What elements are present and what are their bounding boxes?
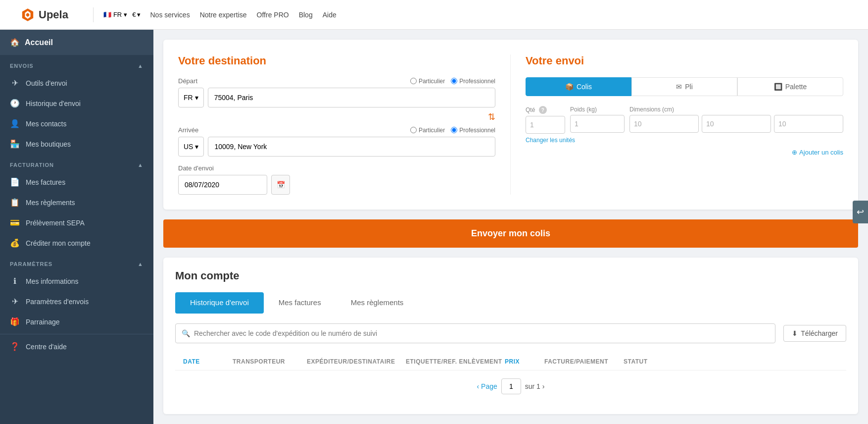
col-expediteur: EXPÉDITEUR/DESTINATAIRE bbox=[307, 358, 406, 365]
nav-link-expertise[interactable]: Notre expertise bbox=[200, 11, 247, 19]
destination-envoi-card: Votre destination Départ Particulier Pro… bbox=[163, 40, 858, 210]
depart-country-select[interactable]: FR ▾ bbox=[178, 88, 204, 107]
weight-input[interactable] bbox=[570, 115, 625, 133]
sidebar-section-envois: ENVOIS ▲ bbox=[0, 55, 153, 73]
download-button[interactable]: ⬇ Télécharger bbox=[783, 325, 846, 342]
search-input[interactable] bbox=[194, 329, 769, 337]
date-label: Date d'envoi bbox=[178, 164, 495, 172]
prev-page-button[interactable]: ‹ Page bbox=[477, 382, 497, 390]
help-icon: ❓ bbox=[10, 342, 20, 351]
sidebar-item-boutiques[interactable]: 🏪 Mes boutiques bbox=[0, 134, 153, 154]
logo-icon bbox=[20, 7, 36, 23]
depart-label-row: Départ Particulier Professionnel bbox=[178, 77, 495, 85]
qty-field: Qté ? bbox=[526, 106, 565, 134]
sidebar-section-parametres: PARAMÈTRES ▲ bbox=[0, 253, 153, 271]
arrivee-country-select[interactable]: US ▾ bbox=[178, 137, 204, 157]
sidebar-item-mes-informations[interactable]: ℹ Mes informations bbox=[0, 271, 153, 291]
dim-length-input[interactable] bbox=[629, 115, 699, 133]
change-units-link[interactable]: Changer les unités bbox=[526, 137, 843, 144]
main-layout: 🏠 Accueil ENVOIS ▲ ✈ Outils d'envoi 🕐 Hi… bbox=[0, 30, 868, 424]
nav-link-services[interactable]: Nos services bbox=[150, 11, 190, 19]
sidebar-item-parametres-envois[interactable]: ✈ Paramètres d'envois bbox=[0, 291, 153, 312]
sidebar-item-centre-aide[interactable]: ❓ Centre d'aide bbox=[0, 336, 153, 357]
history-icon: 🕐 bbox=[10, 99, 20, 108]
envoi-column: Votre envoi 📦 Colis ✉ Pli 🔲 bbox=[511, 54, 843, 195]
back-button[interactable]: ↩ bbox=[853, 201, 868, 223]
page-number-input[interactable] bbox=[501, 378, 521, 394]
shop-icon: 🏪 bbox=[10, 139, 20, 149]
tab-colis[interactable]: 📦 Colis bbox=[526, 77, 631, 96]
date-input[interactable] bbox=[178, 175, 267, 195]
account-tab-historique[interactable]: Historique d'envoi bbox=[175, 292, 264, 314]
col-transporteur: TRANSPORTEUR bbox=[233, 358, 307, 365]
nav-link-aide[interactable]: Aide bbox=[323, 11, 337, 19]
depart-input-row: FR ▾ bbox=[178, 88, 495, 107]
colis-icon: 📦 bbox=[565, 83, 574, 91]
search-row: 🔍 ⬇ Télécharger bbox=[175, 323, 846, 343]
sidebar-item-factures[interactable]: 📄 Mes factures bbox=[0, 172, 153, 192]
sidebar-item-historique[interactable]: 🕐 Historique d'envoi bbox=[0, 93, 153, 113]
envois-collapse-arrow[interactable]: ▲ bbox=[138, 63, 144, 69]
calendar-button[interactable]: 📅 bbox=[271, 175, 290, 195]
sidebar-item-sepa[interactable]: 💳 Prélèvement SEPA bbox=[0, 212, 153, 233]
account-tab-reglements[interactable]: Mes règlements bbox=[336, 292, 419, 314]
plus-circle-icon: ⊕ bbox=[792, 149, 797, 156]
credit-icon: 💰 bbox=[10, 238, 20, 248]
qty-input[interactable] bbox=[526, 116, 565, 134]
depart-particulier-radio[interactable]: Particulier bbox=[410, 78, 445, 85]
contact-icon: 👤 bbox=[10, 119, 20, 128]
sepa-icon: 💳 bbox=[10, 218, 20, 227]
depart-professionnel-radio[interactable]: Professionnel bbox=[451, 78, 495, 85]
sidebar-home[interactable]: 🏠 Accueil bbox=[0, 30, 153, 55]
nav-link-blog[interactable]: Blog bbox=[299, 11, 313, 19]
weight-field: Poids (kg) bbox=[570, 106, 625, 133]
parametres-collapse-arrow[interactable]: ▲ bbox=[138, 261, 144, 267]
payment-icon: 📋 bbox=[10, 198, 20, 207]
top-navigation: Upela 🇫🇷 FR ▾ € ▾ Nos services Notre exp… bbox=[0, 0, 868, 30]
sidebar-section-facturation: FACTURATION ▲ bbox=[0, 154, 153, 172]
sidebar-item-crediter[interactable]: 💰 Créditer mon compte bbox=[0, 233, 153, 253]
pagination: ‹ Page sur 1 › bbox=[175, 371, 846, 402]
sidebar-item-reglements[interactable]: 📋 Mes règlements bbox=[0, 192, 153, 212]
sidebar: 🏠 Accueil ENVOIS ▲ ✈ Outils d'envoi 🕐 Hi… bbox=[0, 30, 153, 424]
add-colis-button[interactable]: ⊕ Ajouter un colis bbox=[526, 149, 843, 156]
sidebar-item-parrainage[interactable]: 🎁 Parrainage bbox=[0, 312, 153, 332]
arrivee-professionnel-radio[interactable]: Professionnel bbox=[451, 127, 495, 134]
page-total: sur 1 › bbox=[525, 382, 545, 390]
nav-lang-selector[interactable]: 🇫🇷 FR ▾ bbox=[103, 11, 127, 18]
tab-palette[interactable]: 🔲 Palette bbox=[737, 77, 843, 96]
date-row: 📅 bbox=[178, 175, 495, 195]
tab-pli[interactable]: ✉ Pli bbox=[631, 77, 737, 96]
send-colis-button[interactable]: Envoyer mon colis bbox=[163, 219, 858, 248]
mon-compte-card: Mon compte Historique d'envoi Mes factur… bbox=[163, 258, 858, 414]
invoice-icon: 📄 bbox=[10, 177, 20, 187]
envoi-type-tabs: 📦 Colis ✉ Pli 🔲 Palette bbox=[526, 77, 843, 96]
nav-link-pro[interactable]: Offre PRO bbox=[257, 11, 289, 19]
facturation-collapse-arrow[interactable]: ▲ bbox=[138, 162, 144, 168]
nav-currency-selector[interactable]: € ▾ bbox=[132, 11, 140, 18]
account-tabs: Historique d'envoi Mes factures Mes règl… bbox=[175, 292, 846, 314]
dimensions-field: Dimensions (cm) bbox=[629, 106, 843, 133]
sidebar-item-outils-envoi[interactable]: ✈ Outils d'envoi bbox=[0, 73, 153, 93]
nav-links: Nos services Notre expertise Offre PRO B… bbox=[150, 11, 337, 19]
arrivee-city-input[interactable] bbox=[208, 137, 495, 157]
sidebar-divider bbox=[0, 334, 153, 334]
depart-city-input[interactable] bbox=[208, 88, 495, 107]
destination-envoi-grid: Votre destination Départ Particulier Pro… bbox=[178, 54, 843, 195]
home-icon: 🏠 bbox=[10, 38, 20, 47]
logo[interactable]: Upela bbox=[20, 7, 68, 23]
dim-width-input[interactable] bbox=[702, 115, 771, 133]
arrivee-radio-group: Particulier Professionnel bbox=[410, 127, 495, 134]
arrivee-particulier-radio[interactable]: Particulier bbox=[410, 127, 445, 134]
swap-icon[interactable]: ⇅ bbox=[178, 111, 495, 122]
qty-help-icon: ? bbox=[539, 106, 547, 114]
logo-text: Upela bbox=[39, 8, 68, 21]
col-prix: PRIX bbox=[505, 358, 544, 365]
destination-column: Votre destination Départ Particulier Pro… bbox=[178, 54, 511, 195]
sidebar-item-contacts[interactable]: 👤 Mes contacts bbox=[0, 113, 153, 134]
col-facture: FACTURE/PAIEMENT bbox=[544, 358, 624, 365]
account-tab-factures[interactable]: Mes factures bbox=[264, 292, 336, 314]
dim-height-input[interactable] bbox=[774, 115, 843, 133]
main-content: Votre destination Départ Particulier Pro… bbox=[153, 30, 868, 424]
col-etiquette: ETIQUETTE/REF. ENLÈVEMENT bbox=[406, 358, 505, 365]
